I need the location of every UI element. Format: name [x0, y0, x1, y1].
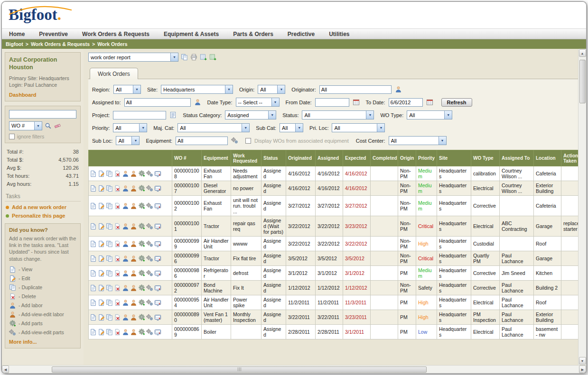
duplicate-icon[interactable]: [106, 299, 113, 306]
column-header[interactable]: Site: [437, 150, 471, 166]
search-input[interactable]: [9, 110, 76, 119]
delete-icon[interactable]: [114, 255, 121, 262]
add-labor-icon[interactable]: [122, 240, 129, 247]
column-header[interactable]: Work Requested: [231, 150, 261, 166]
duplicate-icon[interactable]: [106, 202, 113, 210]
view-icon[interactable]: [90, 170, 97, 177]
nav-item[interactable]: Home: [2, 31, 32, 37]
project-list-icon[interactable]: [169, 111, 177, 119]
labor-edit-icon[interactable]: [130, 202, 137, 210]
parts-edit-icon[interactable]: [146, 170, 153, 177]
assoc-equipment-checkbox[interactable]: [245, 138, 251, 144]
add-parts-icon[interactable]: [138, 299, 145, 306]
column-header[interactable]: Equipment: [202, 150, 231, 166]
column-header[interactable]: Priority: [416, 150, 437, 166]
maj-cat-select[interactable]: All: [177, 123, 250, 132]
search-icon[interactable]: [45, 122, 52, 129]
more-info-icon[interactable]: [154, 255, 161, 262]
labor-edit-icon[interactable]: [130, 270, 137, 277]
parts-edit-icon[interactable]: [146, 202, 153, 210]
edit-icon[interactable]: [98, 284, 105, 292]
dashboard-link[interactable]: Dashboard: [9, 92, 76, 98]
horizontal-scrollbar[interactable]: ◀ ▶: [2, 365, 586, 373]
more-info-icon[interactable]: [154, 240, 161, 247]
eraser-icon[interactable]: [54, 122, 61, 129]
edit-icon[interactable]: [98, 255, 105, 262]
duplicate-icon[interactable]: [106, 170, 113, 177]
print-icon[interactable]: [190, 54, 197, 61]
edit-icon[interactable]: [98, 329, 105, 336]
wo-type-select[interactable]: All: [407, 110, 452, 119]
report-select[interactable]: work order report: [88, 53, 178, 62]
add-parts-icon[interactable]: [138, 185, 145, 192]
more-info-icon[interactable]: [154, 284, 161, 292]
more-info-icon[interactable]: [154, 329, 161, 336]
task-add-work-order[interactable]: Add a new work order: [6, 204, 80, 210]
site-select[interactable]: Headquarters: [161, 85, 233, 94]
column-header[interactable]: Location: [534, 150, 561, 166]
column-header[interactable]: WO Type: [471, 150, 500, 166]
parts-edit-icon[interactable]: [146, 223, 153, 230]
add-labor-icon[interactable]: [122, 270, 129, 277]
more-info-icon[interactable]: [154, 185, 161, 192]
date-type-select[interactable]: -- Select --: [236, 98, 280, 107]
add-labor-icon[interactable]: [122, 284, 129, 292]
select-person-icon[interactable]: [395, 86, 402, 93]
task-personalize-page[interactable]: Personalize this page: [6, 213, 80, 219]
add-parts-icon[interactable]: [138, 223, 145, 230]
horizontal-scroll-thumb[interactable]: [52, 366, 427, 373]
edit-icon[interactable]: [98, 202, 105, 210]
add-labor-icon[interactable]: [122, 329, 129, 336]
more-info-icon[interactable]: [154, 270, 161, 277]
to-date-input[interactable]: [389, 98, 423, 107]
edit-icon[interactable]: [98, 299, 105, 306]
column-header[interactable]: Expected: [343, 150, 371, 166]
delete-icon[interactable]: [114, 202, 121, 210]
sub-cat-select[interactable]: All: [280, 123, 303, 132]
origin-select[interactable]: All: [258, 85, 285, 94]
delete-icon[interactable]: [114, 299, 121, 306]
edit-icon[interactable]: [98, 223, 105, 230]
pri-loc-select[interactable]: All: [332, 123, 385, 132]
column-header[interactable]: Status: [261, 150, 286, 166]
view-icon[interactable]: [90, 270, 97, 277]
add-labor-icon[interactable]: [122, 202, 129, 210]
priority-select[interactable]: All: [113, 123, 147, 132]
delete-icon[interactable]: [114, 270, 121, 277]
add-labor-icon[interactable]: [122, 255, 129, 262]
duplicate-icon[interactable]: [106, 185, 113, 192]
add-parts-icon[interactable]: [138, 170, 145, 177]
duplicate-icon[interactable]: [106, 255, 113, 262]
nav-item[interactable]: Equipment & Assets: [157, 31, 226, 37]
calendar-icon[interactable]: [353, 99, 360, 106]
edit-icon[interactable]: [98, 185, 105, 192]
labor-edit-icon[interactable]: [130, 170, 137, 177]
breadcrumb-segment[interactable]: Work Orders & Requests: [31, 41, 90, 47]
duplicate-icon[interactable]: [106, 284, 113, 292]
parts-edit-icon[interactable]: [146, 314, 153, 321]
scroll-left-button[interactable]: ◀: [2, 366, 9, 373]
more-info-link[interactable]: More info...: [9, 339, 76, 345]
column-header[interactable]: WO #: [172, 150, 202, 166]
labor-edit-icon[interactable]: [130, 255, 137, 262]
delete-icon[interactable]: [114, 329, 121, 336]
export-grid-icon[interactable]: [200, 54, 207, 61]
tab-work-orders[interactable]: Work Orders: [90, 68, 138, 79]
parts-edit-icon[interactable]: [146, 185, 153, 192]
labor-edit-icon[interactable]: [130, 240, 137, 247]
delete-icon[interactable]: [114, 223, 121, 230]
parts-edit-icon[interactable]: [146, 240, 153, 247]
parts-edit-icon[interactable]: [146, 299, 153, 306]
breadcrumb-segment[interactable]: Bigfoot: [6, 41, 23, 47]
ignore-filters-checkbox[interactable]: [9, 134, 15, 139]
refresh-button[interactable]: Refresh: [441, 98, 472, 107]
view-icon[interactable]: [90, 185, 97, 192]
nav-item[interactable]: Parts & Orders: [226, 31, 280, 37]
cost-center-select[interactable]: All: [389, 136, 447, 145]
duplicate-icon[interactable]: [106, 329, 113, 336]
copy-report-icon[interactable]: [181, 54, 188, 61]
view-icon[interactable]: [90, 314, 97, 321]
duplicate-icon[interactable]: [106, 314, 113, 321]
select-person-icon[interactable]: [194, 99, 201, 106]
from-date-input[interactable]: [315, 98, 349, 107]
